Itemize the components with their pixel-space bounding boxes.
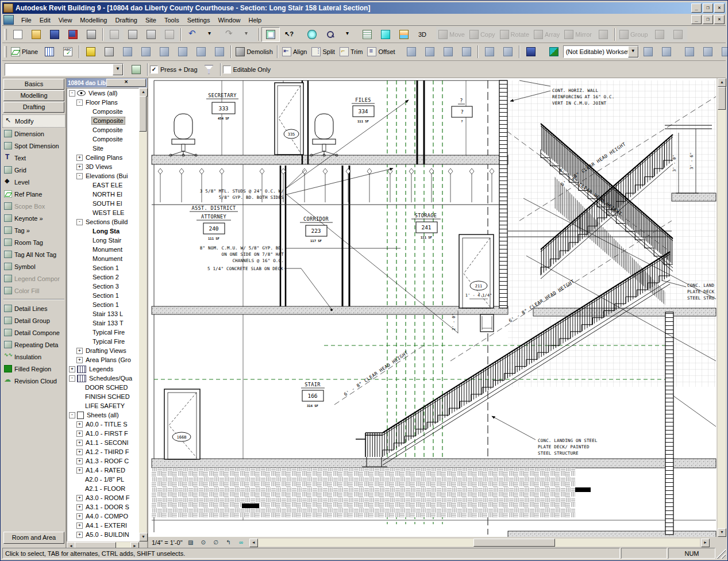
tree-item-a1-3-roof-c[interactable]: +A1.3 - ROOF C — [67, 456, 138, 466]
menu-modelling[interactable]: Modelling — [76, 16, 111, 25]
tool-filled-region[interactable]: Filled Region — [2, 363, 66, 375]
copy-icon[interactable] — [124, 27, 142, 42]
group-detach-icon[interactable] — [499, 44, 517, 59]
tree-item-schedules-qua[interactable]: -Schedules/Qua — [67, 374, 138, 383]
restore-button[interactable]: ❐ — [703, 3, 713, 13]
grid-icon[interactable] — [40, 44, 59, 59]
collapse-icon[interactable]: - — [76, 219, 83, 225]
browser-scroll-down-icon[interactable]: ▼ — [139, 533, 148, 541]
paint-icon[interactable] — [118, 44, 137, 59]
3d-view-icon[interactable]: 3D — [413, 27, 432, 42]
visibility-icon[interactable] — [358, 27, 376, 42]
canvas-vertical-scrollbar[interactable]: ▲ ▼ — [718, 78, 726, 537]
group-edit-icon[interactable] — [402, 44, 421, 59]
paint-bucket-icon[interactable] — [174, 44, 192, 59]
expand-icon[interactable]: + — [76, 431, 83, 437]
save-render-icon[interactable] — [64, 27, 82, 42]
type-selector-arrow[interactable]: ▼ — [113, 64, 123, 75]
tree-item-a3-0-room-f[interactable]: +A3.0 - ROOM F — [67, 493, 138, 502]
design-bar-tab-room-and-area[interactable]: Room and Area — [3, 532, 64, 544]
design-option-1-icon[interactable] — [680, 44, 699, 59]
expand-icon[interactable]: + — [76, 467, 83, 474]
tree-item-a1-2-third-f[interactable]: +A1.2 - THIRD F — [67, 447, 138, 456]
canvas-scroll-down-icon[interactable]: ▼ — [718, 528, 726, 537]
tree-item-section-1[interactable]: Section 1 — [67, 291, 138, 300]
tool-level[interactable]: Level — [2, 176, 66, 188]
child-close-button[interactable]: ✕ — [714, 15, 725, 24]
tree-item-a2-1-floor[interactable]: A2.1 - FLOOR — [67, 484, 138, 493]
tree-item-a1-0-first-f[interactable]: +A1.0 - FIRST F — [67, 429, 138, 438]
tree-item-ceiling-plans[interactable]: +Ceiling Plans — [67, 153, 138, 162]
menu-drafting[interactable]: Drafting — [111, 16, 141, 25]
tree-item-typical-fire[interactable]: Typical Fire — [67, 337, 138, 346]
trim-icon[interactable]: Trim — [337, 44, 365, 59]
filter-button[interactable] — [200, 62, 218, 77]
menu-site[interactable]: Site — [141, 16, 160, 25]
tree-item-area-plans-gro[interactable]: +Area Plans (Gro — [67, 355, 138, 364]
tree-item-composite[interactable]: Composite — [67, 107, 138, 116]
tool-dimension[interactable]: Dimension — [2, 128, 66, 140]
expand-icon[interactable]: + — [69, 366, 75, 372]
zoom-drop-icon[interactable] — [340, 27, 358, 42]
tree-item-long-stair[interactable]: Long Stair — [67, 236, 138, 245]
tree-item-west-ele[interactable]: WEST ELE — [67, 208, 138, 217]
group-attach-icon[interactable] — [480, 44, 499, 59]
tree-item-monument[interactable]: Monument — [67, 254, 138, 263]
tree-item-legends[interactable]: +Legends — [67, 364, 138, 374]
zoom-icon[interactable] — [321, 27, 340, 42]
title-bar[interactable]: Autodesk Revit Building 9 - [10804 dao L… — [2, 2, 726, 14]
crop-region-icon[interactable]: ↰ — [224, 539, 233, 547]
design-bar-tab-modelling[interactable]: Modelling — [3, 90, 64, 101]
expand-icon[interactable]: + — [76, 522, 83, 529]
design-bar-tab-basics[interactable]: Basics — [3, 79, 64, 90]
tree-item-long-sta[interactable]: Long Sta — [67, 226, 138, 236]
tree-item-stair-133-t[interactable]: Stair 133 T — [67, 318, 138, 328]
editable-only-checkbox[interactable]: Editable Only — [223, 66, 271, 74]
room-tag-corridor[interactable]: CORRIDOR 223 117 SF — [300, 216, 333, 243]
tool-tag-[interactable]: Tag » — [2, 224, 66, 236]
tree-item-a5-0-buildin[interactable]: +A5.0 - BUILDIN — [67, 530, 138, 539]
expand-icon[interactable]: + — [76, 513, 83, 520]
canvas-scroll-up-icon[interactable]: ▲ — [718, 78, 726, 87]
design-option-3-icon[interactable] — [717, 44, 728, 59]
tree-item-a1-4-rated[interactable]: +A1.4 - RATED — [67, 466, 138, 475]
dynamic-view-icon[interactable] — [303, 27, 321, 42]
tree-item-site[interactable]: Site — [67, 144, 138, 153]
menu-settings[interactable]: Settings — [183, 16, 214, 25]
model-graphics-icon[interactable]: ⊙ — [199, 539, 208, 547]
group-exclude-icon[interactable] — [439, 44, 457, 59]
room-tag-storage[interactable]: STORAGE 241 111 SF — [411, 213, 441, 239]
tree-item-composite[interactable]: Composite — [67, 125, 138, 135]
tree-item-views-all-[interactable]: -Views (all) — [67, 89, 138, 98]
menu-file[interactable]: File — [17, 16, 36, 25]
minimize-button[interactable]: _ — [691, 3, 702, 13]
expand-icon[interactable]: + — [76, 440, 83, 446]
expand-icon[interactable]: + — [76, 155, 83, 161]
canvas-scroll-right-icon[interactable]: ► — [701, 539, 710, 547]
tool-revision-cloud[interactable]: Revision Cloud — [2, 375, 66, 387]
tree-item-sections-build[interactable]: -Sections (Build — [67, 217, 138, 226]
match-icon[interactable] — [100, 44, 118, 59]
worksets-icon[interactable] — [545, 44, 563, 59]
tool-grid[interactable]: Grid — [2, 164, 66, 176]
new-icon[interactable] — [9, 27, 27, 42]
close-button[interactable]: ✕ — [714, 3, 725, 13]
collapse-icon[interactable]: - — [69, 90, 75, 97]
tool-detail-lines[interactable]: Detail Lines — [2, 302, 66, 314]
tree-item-typical-fire[interactable]: Typical Fire — [67, 328, 138, 337]
tree-item-stair-133-l[interactable]: Stair 133 L — [67, 309, 138, 318]
room-tag-unknown[interactable]: ? ? ? — [452, 98, 472, 123]
undo-icon[interactable] — [183, 27, 202, 42]
tree-item-composite[interactable]: Composite — [67, 135, 138, 144]
detail-level-icon[interactable]: ▨ — [186, 539, 195, 547]
tree-item-section-2[interactable]: Section 2 — [67, 272, 138, 282]
tree-item-a4-1-exteri[interactable]: +A4.1 - EXTERI — [67, 521, 138, 530]
browser-vertical-scrollbar[interactable]: ▲ ▼ — [139, 88, 147, 541]
paste-icon[interactable] — [142, 27, 160, 42]
tree-item-section-1[interactable]: Section 1 — [67, 263, 138, 272]
tree-item-a3-1-door-s[interactable]: +A3.1 - DOOR S — [67, 502, 138, 512]
expand-icon[interactable]: + — [76, 532, 83, 538]
child-minimize-button[interactable]: _ — [691, 15, 702, 24]
group-include-icon[interactable] — [457, 44, 476, 59]
properties-button[interactable] — [127, 62, 145, 77]
